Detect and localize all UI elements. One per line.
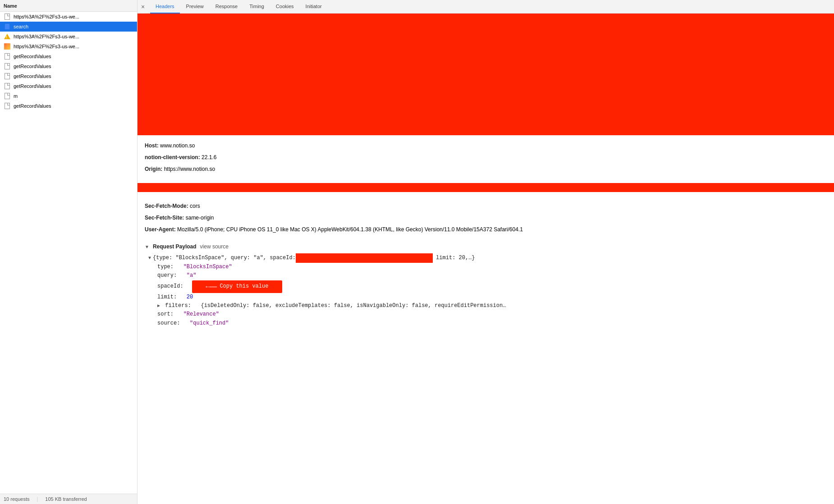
copy-label: Copy this value [220,282,268,291]
tab-headers[interactable]: Headers [150,0,180,14]
name-column-header: Name [4,3,17,9]
source-value: "quick_find" [190,320,229,326]
host-row: Host: www.notion.so [145,140,827,151]
spaceid-key: spaceId: [157,282,183,291]
limit-row: limit: 20 [148,293,827,302]
request-count: 10 requests [4,496,29,502]
list-item[interactable]: getRecordValues [0,51,137,61]
list-item[interactable]: getRecordValues [0,81,137,91]
host-label: Host: [145,142,159,149]
list-item[interactable]: getRecordValues [0,71,137,81]
sec-fetch-mode-row: Sec-Fetch-Mode: cors [145,200,827,212]
payload-tree: ▼ {type: "BlocksInSpace", query: "a", sp… [145,253,827,328]
copy-value-button[interactable]: ←—— Copy this value [192,280,282,293]
doc-icon [4,53,11,60]
list-item[interactable]: getRecordValues [0,61,137,71]
type-key: type: [157,264,174,270]
tab-bar: × Headers Preview Response Timing Cookie… [137,0,834,14]
source-key: source: [157,320,180,326]
tab-response[interactable]: Response [210,0,243,14]
sort-key: sort: [157,311,174,317]
payload-title: ▼ Request Payload view source [145,243,827,250]
warning-icon [4,33,11,40]
tab-initiator[interactable]: Initiator [300,0,327,14]
sec-fetch-site-row: Sec-Fetch-Site: same-origin [145,212,827,224]
network-panel: Name https%3A%2F%2Fs3-us-we... search [0,0,137,504]
user-agent-label: User-Agent: [145,226,176,233]
item-name: getRecordValues [14,103,51,109]
expand-triangle-sm[interactable]: ▼ [148,255,151,262]
expand-triangle[interactable]: ▼ [145,244,149,249]
doc-icon [4,82,11,90]
item-name: getRecordValues [14,64,51,69]
filters-value: {isDeletedOnly: false, excludeTemplates:… [201,302,506,309]
tab-cookies[interactable]: Cookies [270,0,299,14]
limit-suffix: limit: 20,…} [433,254,475,262]
sort-row: sort: "Relevance" [148,310,827,319]
tab-timing[interactable]: Timing [244,0,270,14]
user-agent-row: User-Agent: Mozilla/5.0 (iPhone; CPU iPh… [145,224,827,235]
item-name: m [14,93,18,99]
network-header: Name [0,0,137,12]
sort-value: "Relevance" [183,311,219,317]
item-name: https%3A%2F%2Fs3-us-we... [14,44,79,49]
spaceid-row: spaceId: ←—— Copy this value [148,280,827,293]
payload-section: ▼ Request Payload view source ▼ {type: "… [137,240,834,331]
image-icon [4,43,11,50]
list-item[interactable]: https%3A%2F%2Fs3-us-we... [0,12,137,22]
filters-key: filters: [165,302,191,309]
item-name: getRecordValues [14,73,51,79]
list-item[interactable]: https%3A%2F%2Fs3-us-we... [0,32,137,41]
filters-row: ▶ filters: {isDeletedOnly: false, exclud… [148,302,827,310]
footer-divider: | [37,496,38,502]
devtools-container: Name https%3A%2F%2Fs3-us-we... search [0,0,834,504]
doc-icon [4,63,11,70]
payload-summary-text: {type: "BlocksInSpace", query: "a", spac… [153,254,296,262]
network-footer: 10 requests | 105 KB transferred [0,494,137,504]
network-list: https%3A%2F%2Fs3-us-we... search https%3… [0,12,137,494]
doc-icon [4,13,11,20]
type-value: "BlocksInSpace" [183,264,232,270]
close-tab-button[interactable]: × [139,3,147,10]
query-key: query: [157,272,177,279]
tab-preview[interactable]: Preview [181,0,209,14]
doc-icon [4,73,11,80]
item-name: getRecordValues [14,54,51,59]
origin-row: Origin: https://www.notion.so [145,163,827,175]
red-error-block [137,14,834,135]
item-name: getRecordValues [14,83,51,89]
list-item[interactable]: https%3A%2F%2Fs3-us-we... [0,41,137,51]
headers-section-2: Sec-Fetch-Mode: cors Sec-Fetch-Site: sam… [137,196,834,240]
sec-fetch-mode-label: Sec-Fetch-Mode: [145,203,188,209]
limit-value: 20 [187,294,193,300]
type-row: type: "BlocksInSpace" [148,263,827,271]
detail-content: Host: www.notion.so notion-client-versio… [137,14,834,504]
payload-summary-row: ▼ {type: "BlocksInSpace", query: "a", sp… [148,253,827,263]
red-divider [137,183,834,192]
query-row: query: "a" [148,271,827,280]
headers-section: Host: www.notion.so notion-client-versio… [137,135,834,179]
arrow-left-icon: ←—— [206,282,217,292]
doc-icon [4,92,11,100]
doc-blue-icon [4,23,11,30]
view-source-link[interactable]: view source [200,243,229,250]
list-item-search[interactable]: search [0,22,137,32]
main-area: Name https%3A%2F%2Fs3-us-we... search [0,0,834,504]
query-value: "a" [187,272,197,279]
payload-heading: Request Payload [153,243,197,250]
client-version-label: notion-client-version: [145,154,200,160]
transferred-size: 105 KB transferred [45,496,87,502]
limit-key: limit: [157,294,177,300]
item-name-search: search [14,24,28,29]
doc-icon [4,102,11,110]
sec-fetch-site-label: Sec-Fetch-Site: [145,215,184,221]
origin-label: Origin: [145,166,162,172]
item-name: https%3A%2F%2Fs3-us-we... [14,14,79,19]
client-version-row: notion-client-version: 22.1.6 [145,151,827,163]
filters-expand-icon[interactable]: ▶ [157,303,160,308]
source-row: source: "quick_find" [148,319,827,328]
list-item[interactable]: m [0,91,137,101]
detail-panel: × Headers Preview Response Timing Cookie… [137,0,834,504]
list-item[interactable]: getRecordValues [0,101,137,111]
spaceid-redacted-inline [296,253,433,263]
